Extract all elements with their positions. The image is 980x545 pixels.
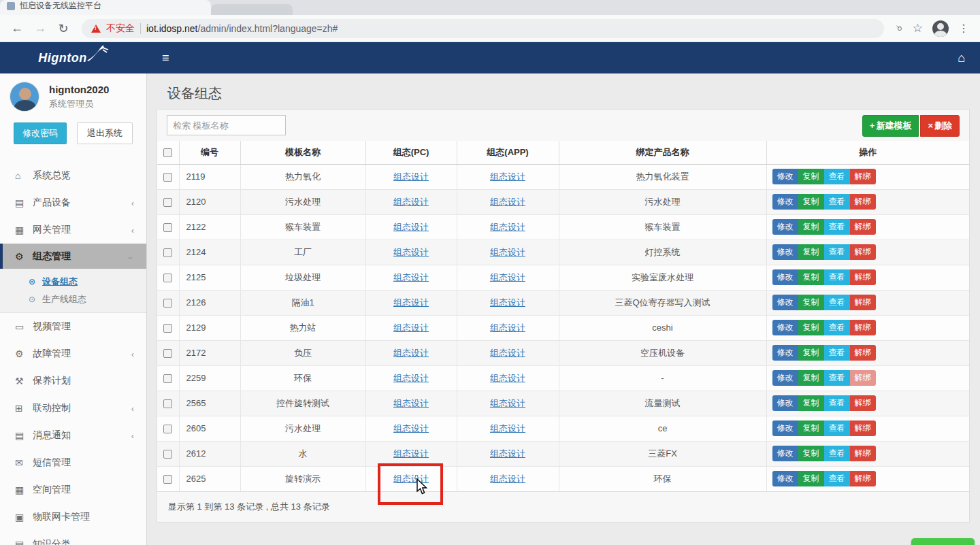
copy-button[interactable]: 复制: [798, 446, 824, 461]
sidebar-menu-item[interactable]: ▤ 知识分类: [0, 531, 146, 545]
view-button[interactable]: 查看: [824, 395, 850, 411]
edit-button[interactable]: 修改: [772, 420, 798, 436]
sidebar-toggle-icon[interactable]: ≡: [162, 51, 169, 65]
edit-button[interactable]: 修改: [772, 169, 798, 184]
app-config-design-link[interactable]: 组态设计: [490, 348, 525, 358]
copy-button[interactable]: 复制: [798, 244, 824, 260]
pc-config-design-link[interactable]: 组态设计: [393, 222, 429, 232]
app-config-design-link[interactable]: 组态设计: [490, 247, 525, 257]
edit-button[interactable]: 修改: [772, 194, 798, 210]
app-config-design-link[interactable]: 组态设计: [490, 222, 525, 232]
row-checkbox[interactable]: [163, 299, 172, 308]
address-bar[interactable]: 不安全 iot.idosp.net/admin/index.html?langu…: [82, 19, 884, 38]
sidebar-menu-item[interactable]: ⚙ 组态管理 ⌄: [0, 244, 146, 269]
pc-config-design-link[interactable]: 组态设计: [393, 448, 429, 459]
row-checkbox[interactable]: [163, 274, 172, 282]
sidebar-menu-item[interactable]: ✉ 短信管理: [0, 449, 146, 476]
sidebar-menu-item[interactable]: ▣ 物联网卡管理: [0, 503, 146, 531]
edit-button[interactable]: 修改: [772, 395, 798, 411]
pc-config-design-link[interactable]: 组态设计: [393, 423, 429, 433]
unbind-button[interactable]: 解绑: [850, 395, 876, 411]
copy-button[interactable]: 复制: [798, 219, 824, 235]
sidebar-submenu-item[interactable]: ⊙ 生产线组态: [0, 291, 146, 308]
app-config-design-link[interactable]: 组态设计: [490, 171, 525, 182]
view-button[interactable]: 查看: [824, 295, 850, 310]
unbind-button[interactable]: 解绑: [850, 471, 876, 486]
copy-button[interactable]: 复制: [798, 395, 824, 411]
copy-button[interactable]: 复制: [798, 471, 824, 486]
view-button[interactable]: 查看: [824, 345, 850, 361]
unbind-button[interactable]: 解绑: [850, 244, 876, 260]
view-button[interactable]: 查看: [824, 370, 850, 386]
unbind-button[interactable]: 解绑: [850, 194, 876, 210]
row-checkbox[interactable]: [163, 248, 172, 257]
copy-button[interactable]: 复制: [798, 169, 824, 184]
edit-button[interactable]: 修改: [772, 295, 798, 310]
unbind-button[interactable]: 解绑: [850, 295, 876, 310]
copy-button[interactable]: 复制: [798, 345, 824, 361]
app-config-design-link[interactable]: 组态设计: [490, 297, 525, 308]
row-checkbox[interactable]: [163, 349, 172, 358]
copy-button[interactable]: 复制: [798, 320, 824, 335]
unbind-button[interactable]: 解绑: [850, 169, 876, 184]
search-input[interactable]: [167, 115, 286, 135]
row-checkbox[interactable]: [163, 399, 172, 408]
unbind-button[interactable]: 解绑: [850, 370, 876, 386]
pc-config-design-link[interactable]: 组态设计: [393, 323, 429, 333]
edit-button[interactable]: 修改: [772, 244, 798, 260]
copy-button[interactable]: 复制: [798, 295, 824, 310]
view-button[interactable]: 查看: [824, 269, 850, 285]
app-config-design-link[interactable]: 组态设计: [490, 323, 525, 333]
unbind-button[interactable]: 解绑: [850, 345, 876, 361]
app-config-design-link[interactable]: 组态设计: [490, 373, 525, 383]
pc-config-design-link[interactable]: 组态设计: [393, 297, 429, 308]
pc-config-design-link[interactable]: 组态设计: [393, 348, 429, 358]
edit-button[interactable]: 修改: [772, 370, 798, 386]
app-config-design-link[interactable]: 组态设计: [490, 197, 525, 207]
row-checkbox[interactable]: [163, 198, 172, 207]
view-button[interactable]: 查看: [824, 244, 850, 260]
sidebar-submenu-item[interactable]: ⊙ 设备组态: [0, 273, 146, 291]
new-template-button[interactable]: +新建模板: [862, 115, 919, 137]
view-button[interactable]: 查看: [824, 420, 850, 436]
app-config-design-link[interactable]: 组态设计: [490, 272, 525, 282]
view-button[interactable]: 查看: [824, 169, 850, 184]
delete-button[interactable]: ×删除: [920, 115, 960, 137]
sidebar-menu-item[interactable]: ▦ 空间管理: [0, 476, 146, 503]
edit-button[interactable]: 修改: [772, 320, 798, 335]
row-checkbox[interactable]: [163, 374, 172, 383]
row-checkbox[interactable]: [163, 425, 172, 433]
view-button[interactable]: 查看: [824, 471, 850, 486]
app-config-design-link[interactable]: 组态设计: [490, 474, 525, 484]
sidebar-menu-item[interactable]: ⚒ 保养计划: [0, 367, 146, 395]
sidebar-menu-item[interactable]: ▭ 视频管理: [0, 313, 146, 340]
copy-button[interactable]: 复制: [798, 194, 824, 210]
app-config-design-link[interactable]: 组态设计: [490, 423, 525, 433]
pc-config-design-link[interactable]: 组态设计: [393, 247, 429, 257]
copy-button[interactable]: 复制: [798, 370, 824, 386]
view-button[interactable]: 查看: [824, 219, 850, 235]
row-checkbox[interactable]: [163, 223, 172, 232]
change-password-button[interactable]: 修改密码: [14, 122, 67, 144]
sidebar-menu-item[interactable]: ⌂ 系统总览: [0, 162, 146, 189]
logout-button[interactable]: 退出系统: [77, 122, 133, 144]
pc-config-design-link[interactable]: 组态设计: [393, 398, 429, 408]
browser-tab[interactable]: 恒启设备无线监控平台: [0, 0, 211, 15]
refresh-icon[interactable]: ↻: [53, 18, 74, 39]
edit-button[interactable]: 修改: [772, 219, 798, 235]
sidebar-menu-item[interactable]: ⊞ 联动控制 ‹: [0, 395, 146, 422]
edit-button[interactable]: 修改: [772, 269, 798, 285]
select-all-checkbox[interactable]: [163, 148, 172, 157]
app-config-design-link[interactable]: 组态设计: [490, 398, 525, 408]
copy-button[interactable]: 复制: [798, 269, 824, 285]
app-config-design-link[interactable]: 组态设计: [490, 448, 525, 459]
browser-profile-icon[interactable]: [932, 20, 949, 37]
pc-config-design-link[interactable]: 组态设计: [393, 197, 429, 207]
unbind-button[interactable]: 解绑: [850, 320, 876, 335]
row-checkbox[interactable]: [163, 324, 172, 333]
unbind-button[interactable]: 解绑: [850, 219, 876, 235]
view-button[interactable]: 查看: [824, 446, 850, 461]
row-checkbox[interactable]: [163, 173, 172, 182]
zoom-out-icon[interactable]: ⌕: [893, 25, 906, 32]
home-icon[interactable]: ⌂: [958, 51, 965, 65]
